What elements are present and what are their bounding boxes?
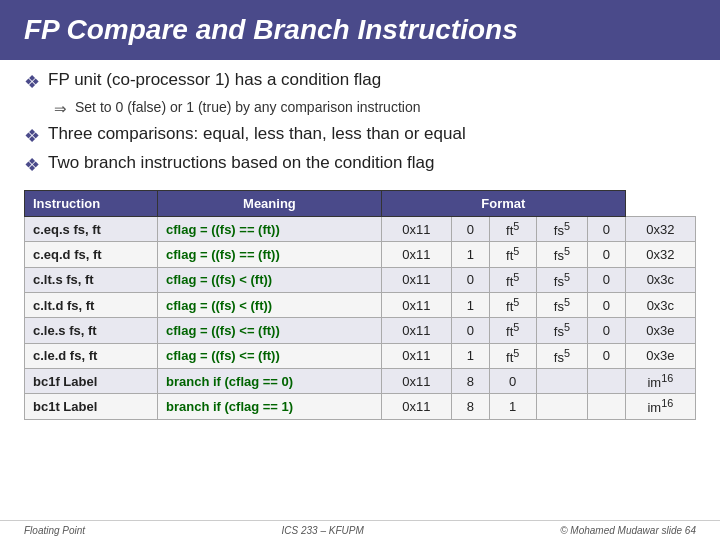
cell-meaning: branch if (cflag == 1): [157, 394, 381, 419]
col-header-instruction: Instruction: [25, 191, 158, 217]
cell-fs: fs5: [536, 292, 587, 317]
cell-hex: 0x11: [381, 267, 451, 292]
cell-b2: 0: [588, 267, 626, 292]
cell-b1: 0: [452, 318, 490, 343]
cell-ft: ft5: [489, 343, 536, 368]
cell-b1: 1: [452, 242, 490, 267]
slide-footer: Floating Point ICS 233 – KFUPM © Mohamed…: [0, 520, 720, 540]
cell-opcode: 0x32: [625, 217, 695, 242]
table-row: c.le.s fs, ftcflag = ((fs) <= (ft))0x110…: [25, 318, 696, 343]
slide-title: FP Compare and Branch Instructions: [24, 14, 696, 46]
cell-fs: fs5: [536, 217, 587, 242]
cell-hex: 0x11: [381, 368, 451, 393]
cell-ft: 1: [489, 394, 536, 419]
cell-instruction: c.le.d fs, ft: [25, 343, 158, 368]
cell-instruction: c.lt.d fs, ft: [25, 292, 158, 317]
cell-meaning: cflag = ((fs) < (ft)): [157, 267, 381, 292]
sub-bullet-1: ⇒ Set to 0 (false) or 1 (true) by any co…: [54, 99, 696, 118]
cell-hex: 0x11: [381, 242, 451, 267]
bullet-2: ❖ Three comparisons: equal, less than, l…: [24, 124, 696, 147]
cell-ft: ft5: [489, 267, 536, 292]
cell-instruction: bc1f Label: [25, 368, 158, 393]
slide-content: ❖ FP unit (co-processor 1) has a conditi…: [0, 60, 720, 520]
cell-meaning: cflag = ((fs) == (ft)): [157, 217, 381, 242]
cell-b2: 0: [588, 292, 626, 317]
cell-fs: fs5: [536, 318, 587, 343]
cell-ft: ft5: [489, 318, 536, 343]
cell-fs: fs5: [536, 343, 587, 368]
slide-header: FP Compare and Branch Instructions: [0, 0, 720, 60]
bullet-diamond-3: ❖: [24, 154, 40, 176]
cell-b1: 8: [452, 394, 490, 419]
cell-opcode: 0x3e: [625, 343, 695, 368]
cell-hex: 0x11: [381, 292, 451, 317]
footer-center: ICS 233 – KFUPM: [282, 525, 364, 536]
cell-opcode: 0x32: [625, 242, 695, 267]
table-row: c.lt.d fs, ftcflag = ((fs) < (ft))0x111f…: [25, 292, 696, 317]
sub-arrow-1: ⇒: [54, 100, 67, 118]
cell-instruction: c.le.s fs, ft: [25, 318, 158, 343]
cell-hex: 0x11: [381, 318, 451, 343]
cell-b2: [588, 368, 626, 393]
table-body: c.eq.s fs, ftcflag = ((fs) == (ft))0x110…: [25, 217, 696, 420]
cell-fs: [536, 394, 587, 419]
table-row: c.eq.d fs, ftcflag = ((fs) == (ft))0x111…: [25, 242, 696, 267]
cell-b1: 1: [452, 343, 490, 368]
cell-fs: fs5: [536, 242, 587, 267]
instruction-table-section: Instruction Meaning Format c.eq.s fs, ft…: [24, 190, 696, 516]
table-row: c.eq.s fs, ftcflag = ((fs) == (ft))0x110…: [25, 217, 696, 242]
cell-ft: 0: [489, 368, 536, 393]
bullet-1: ❖ FP unit (co-processor 1) has a conditi…: [24, 70, 696, 93]
col-header-format: Format: [381, 191, 625, 217]
slide: FP Compare and Branch Instructions ❖ FP …: [0, 0, 720, 540]
cell-instruction: c.eq.s fs, ft: [25, 217, 158, 242]
cell-fs: [536, 368, 587, 393]
cell-meaning: cflag = ((fs) < (ft)): [157, 292, 381, 317]
cell-opcode: im16: [625, 394, 695, 419]
bullet-text-2: Three comparisons: equal, less than, les…: [48, 124, 466, 144]
cell-opcode: 0x3e: [625, 318, 695, 343]
cell-instruction: bc1t Label: [25, 394, 158, 419]
footer-left: Floating Point: [24, 525, 85, 536]
bullet-diamond-1: ❖: [24, 71, 40, 93]
cell-hex: 0x11: [381, 343, 451, 368]
cell-hex: 0x11: [381, 394, 451, 419]
cell-ft: ft5: [489, 217, 536, 242]
cell-meaning: branch if (cflag == 0): [157, 368, 381, 393]
cell-opcode: 0x3c: [625, 267, 695, 292]
cell-b1: 0: [452, 217, 490, 242]
cell-b2: 0: [588, 343, 626, 368]
sub-text-1: Set to 0 (false) or 1 (true) by any comp…: [75, 99, 420, 115]
cell-b2: 0: [588, 242, 626, 267]
bullet-text-1: FP unit (co-processor 1) has a condition…: [48, 70, 381, 90]
bullet-3: ❖ Two branch instructions based on the c…: [24, 153, 696, 176]
cell-b2: 0: [588, 217, 626, 242]
cell-hex: 0x11: [381, 217, 451, 242]
cell-ft: ft5: [489, 242, 536, 267]
table-row: c.le.d fs, ftcflag = ((fs) <= (ft))0x111…: [25, 343, 696, 368]
cell-instruction: c.eq.d fs, ft: [25, 242, 158, 267]
cell-b1: 8: [452, 368, 490, 393]
table-header-row: Instruction Meaning Format: [25, 191, 696, 217]
bullet-text-3: Two branch instructions based on the con…: [48, 153, 435, 173]
table-row: bc1f Labelbranch if (cflag == 0)0x1180im…: [25, 368, 696, 393]
cell-b1: 0: [452, 267, 490, 292]
cell-b2: [588, 394, 626, 419]
table-row: bc1t Labelbranch if (cflag == 1)0x1181im…: [25, 394, 696, 419]
cell-instruction: c.lt.s fs, ft: [25, 267, 158, 292]
col-header-meaning: Meaning: [157, 191, 381, 217]
cell-b1: 1: [452, 292, 490, 317]
cell-meaning: cflag = ((fs) == (ft)): [157, 242, 381, 267]
footer-right: © Mohamed Mudawar slide 64: [560, 525, 696, 536]
cell-opcode: 0x3c: [625, 292, 695, 317]
cell-ft: ft5: [489, 292, 536, 317]
cell-opcode: im16: [625, 368, 695, 393]
bullet-diamond-2: ❖: [24, 125, 40, 147]
cell-fs: fs5: [536, 267, 587, 292]
table-row: c.lt.s fs, ftcflag = ((fs) < (ft))0x110f…: [25, 267, 696, 292]
cell-meaning: cflag = ((fs) <= (ft)): [157, 343, 381, 368]
cell-meaning: cflag = ((fs) <= (ft)): [157, 318, 381, 343]
instruction-table: Instruction Meaning Format c.eq.s fs, ft…: [24, 190, 696, 420]
cell-b2: 0: [588, 318, 626, 343]
